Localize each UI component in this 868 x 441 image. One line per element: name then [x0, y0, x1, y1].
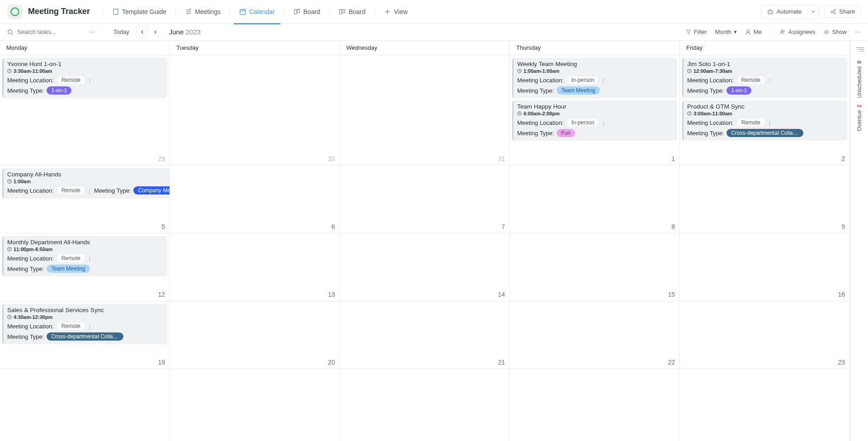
day-number: 21	[498, 359, 505, 366]
view-mode-select[interactable]: Month ▾	[715, 28, 737, 35]
search-input[interactable]	[17, 28, 85, 35]
event-title: Weekly Team Meeting	[517, 61, 674, 67]
calendar-cell[interactable]: Monthly Department All-Hands 11:00pm-6:5…	[0, 233, 170, 301]
filter-button[interactable]: Filter	[685, 28, 707, 35]
meeting-type-tag: 1-on-1	[47, 86, 71, 95]
day-header: Monday	[0, 41, 170, 55]
svg-rect-3	[297, 9, 300, 13]
filter-icon	[685, 29, 692, 35]
prev-month-button[interactable]	[137, 26, 148, 38]
calendar-cell[interactable]: 14	[340, 233, 510, 301]
more-options-icon[interactable]: ⋯	[855, 28, 861, 35]
share-button[interactable]: Share	[824, 5, 861, 18]
event-title: Jim Soto 1-on-1	[687, 61, 844, 67]
tab-board-1[interactable]: Board	[288, 5, 326, 18]
calendar-cell[interactable]: 7	[340, 165, 510, 233]
meeting-type-tag: 1-on-1	[726, 86, 751, 95]
meeting-type-tag: Team Meeting	[47, 265, 90, 273]
chevron-down-icon	[811, 9, 816, 14]
day-number: 23	[838, 359, 845, 366]
calendar-cell[interactable]	[340, 369, 510, 441]
tab-label: View	[394, 8, 407, 15]
day-number: 7	[501, 223, 505, 230]
day-number: 8	[671, 223, 675, 230]
list-icon	[185, 8, 192, 15]
day-header: Tuesday	[170, 41, 340, 55]
me-filter[interactable]: Me	[745, 28, 762, 35]
meeting-type-tag: Fun	[557, 129, 575, 137]
day-number: 5	[161, 223, 165, 230]
calendar-cell[interactable]: 9	[680, 165, 850, 233]
calendar-cell[interactable]: Company All-Hands 1:00am Meeting Locatio…	[0, 165, 170, 233]
add-view-button[interactable]: View	[378, 5, 413, 18]
meeting-type-tag: Cross-departmental Collab…	[726, 129, 803, 137]
doc-icon	[112, 8, 119, 15]
calendar-event[interactable]: Jim Soto 1-on-1 12:00am-7:30am Meeting L…	[682, 58, 847, 98]
event-time: 1:00am	[7, 179, 170, 184]
next-month-button[interactable]	[149, 26, 161, 38]
location-label: Meeting Location:	[687, 77, 734, 84]
location-label: Meeting Location:	[7, 187, 54, 194]
today-button[interactable]: Today	[113, 28, 129, 35]
calendar-cell[interactable]: 23	[680, 301, 850, 369]
calendar-cell[interactable]: Yvonne Hunt 1-on-1 3:30am-11:00am Meetin…	[0, 55, 170, 165]
calendar-cell[interactable]: 15	[510, 233, 680, 301]
location-tag: Remote	[736, 76, 765, 85]
calendar-event[interactable]: Sales & Professional Services Sync 4:30a…	[2, 304, 167, 344]
calendar-cell[interactable]: 30	[170, 55, 340, 165]
calendar-cell[interactable]	[0, 369, 170, 441]
sidebar-toggle-icon[interactable]	[854, 47, 864, 54]
svg-rect-5	[343, 9, 345, 13]
tab-label: Template Guide	[122, 8, 166, 15]
event-time: 1:00am-1:00am	[517, 68, 674, 74]
svg-point-13	[747, 29, 749, 32]
calendar-event[interactable]: Company All-Hands 1:00am Meeting Locatio…	[2, 168, 170, 199]
tab-template-guide[interactable]: Template Guide	[107, 5, 172, 18]
unscheduled-section[interactable]: Unscheduled 0	[856, 61, 863, 98]
day-number: 9	[841, 223, 845, 230]
automate-button[interactable]: Automate	[761, 5, 808, 19]
calendar-cell[interactable]: Weekly Team Meeting 1:00am-1:00am Meetin…	[510, 55, 680, 165]
topbar: Meeting Tracker Template Guide Meetings …	[0, 0, 868, 24]
calendar-cell[interactable]: 6	[170, 165, 340, 233]
automate-dropdown[interactable]	[807, 5, 820, 19]
more-icon[interactable]: ⋯	[90, 28, 95, 35]
svg-point-8	[771, 12, 772, 13]
caret-down-icon: ▾	[734, 28, 737, 35]
right-sidebar: Unscheduled 0 Overdue 2	[850, 41, 868, 441]
calendar-cell[interactable]: 13	[170, 233, 340, 301]
calendar-cell[interactable]: 16	[680, 233, 850, 301]
calendar-cell[interactable]: 21	[340, 301, 510, 369]
calendar-cell[interactable]: 31	[340, 55, 510, 165]
calendar-cell[interactable]: 20	[170, 301, 340, 369]
calendar-event[interactable]: Yvonne Hunt 1-on-1 3:30am-11:00am Meetin…	[2, 58, 167, 98]
event-title: Product & GTM Sync	[687, 103, 844, 110]
tab-board-2[interactable]: Board	[333, 5, 371, 18]
calendar-event[interactable]: Product & GTM Sync 3:00am-11:00am Meetin…	[682, 100, 847, 141]
assignees-filter[interactable]: Assignees	[779, 28, 815, 35]
tab-calendar[interactable]: Calendar	[234, 5, 280, 18]
location-label: Meeting Location:	[7, 77, 54, 84]
calendar-cell[interactable]	[680, 369, 850, 441]
svg-point-11	[834, 12, 836, 14]
calendar-event[interactable]: Team Happy Hour 6:00am-2:00pm Meeting Lo…	[512, 100, 677, 141]
svg-rect-2	[294, 9, 297, 14]
calendar-event[interactable]: Monthly Department All-Hands 11:00pm-6:5…	[2, 236, 167, 276]
calendar: MondayTuesdayWednesdayThursdayFriday Yvo…	[0, 41, 850, 441]
location-label: Meeting Location:	[517, 77, 564, 84]
show-button[interactable]: Show	[823, 28, 847, 35]
location-label: Meeting Location:	[7, 255, 54, 262]
clock-icon	[7, 315, 12, 319]
calendar-cell[interactable]: 22	[510, 301, 680, 369]
calendar-cell[interactable]	[170, 369, 340, 441]
tab-meetings[interactable]: Meetings	[179, 5, 226, 18]
calendar-cell[interactable]: 8	[510, 165, 680, 233]
calendar-cell[interactable]: Sales & Professional Services Sync 4:30a…	[0, 301, 170, 369]
event-title: Company All-Hands	[7, 171, 170, 178]
share-icon	[830, 9, 836, 15]
calendar-cell[interactable]: Jim Soto 1-on-1 12:00am-7:30am Meeting L…	[680, 55, 850, 165]
calendar-cell[interactable]	[510, 369, 680, 441]
svg-point-12	[8, 29, 12, 33]
calendar-event[interactable]: Weekly Team Meeting 1:00am-1:00am Meetin…	[512, 58, 677, 98]
overdue-section[interactable]: Overdue 2	[856, 104, 863, 131]
